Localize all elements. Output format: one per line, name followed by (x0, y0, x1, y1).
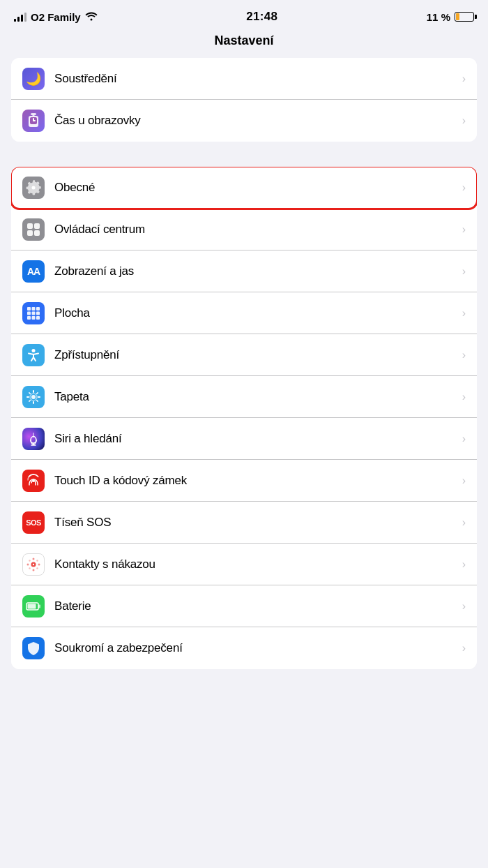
siri-label: Siri a hledání (54, 432, 457, 446)
svg-point-37 (36, 567, 38, 569)
tapeta-icon (22, 386, 45, 408)
settings-row-soukromi[interactable]: Soukromí a zabezpečení › (11, 627, 477, 669)
svg-rect-14 (27, 311, 31, 315)
soukromi-label: Soukromí a zabezpečení (54, 641, 457, 655)
top-settings-group: 🌙 Soustředění › Čas u obrazovky › (11, 58, 477, 142)
cas-icon (22, 110, 45, 132)
svg-point-21 (31, 395, 36, 399)
tisen-icon: SOS (22, 511, 45, 534)
svg-point-32 (27, 563, 29, 565)
svg-rect-12 (32, 307, 36, 310)
svg-rect-7 (27, 223, 33, 229)
baterie-chevron: › (462, 600, 466, 613)
settings-row-siri[interactable]: Siri a hledání › (11, 418, 477, 460)
plocha-icon (22, 302, 45, 324)
tisen-label: Tíseň SOS (54, 516, 457, 530)
zpristupneni-icon (22, 344, 45, 366)
svg-point-33 (38, 563, 40, 565)
tisen-chevron: › (462, 516, 466, 529)
ovladaci-icon (22, 218, 45, 241)
status-bar: O2 Family 21:48 11 % (0, 0, 488, 29)
settings-row-tapeta[interactable]: Tapeta › (11, 376, 477, 418)
svg-rect-11 (27, 307, 31, 310)
settings-row-obecne[interactable]: Obecné › (11, 167, 477, 209)
svg-rect-13 (36, 307, 40, 310)
soukromi-icon (22, 637, 45, 659)
zobrazeni-chevron: › (462, 265, 466, 278)
settings-row-ovladaci[interactable]: Ovládací centrum › (11, 209, 477, 250)
obecne-label: Obecné (54, 181, 457, 195)
obecne-chevron: › (462, 181, 466, 194)
svg-rect-8 (34, 223, 40, 229)
settings-row-cas[interactable]: Čas u obrazovky › (11, 100, 477, 142)
settings-row-kontakty[interactable]: Kontakty s nákazou › (11, 544, 477, 585)
siri-chevron: › (462, 433, 466, 445)
settings-row-zpristupneni[interactable]: Zpřístupnění › (11, 334, 477, 376)
svg-rect-17 (27, 316, 31, 320)
page-title: Nastavení (0, 29, 488, 58)
svg-point-30 (33, 558, 35, 560)
baterie-label: Baterie (54, 599, 457, 613)
svg-rect-5 (33, 120, 36, 121)
zobrazeni-icon: AA (22, 260, 45, 283)
soustredenı-label: Soustředění (54, 72, 457, 86)
kontakty-chevron: › (462, 558, 466, 571)
zpristupneni-label: Zpřístupnění (54, 348, 457, 362)
settings-row-touchid[interactable]: Touch ID a kódový zámek › (11, 460, 477, 502)
settings-row-baterie[interactable]: Baterie › (11, 585, 477, 627)
svg-rect-40 (28, 604, 36, 608)
status-left: O2 Family (14, 11, 98, 23)
baterie-icon (22, 595, 45, 618)
svg-rect-1 (33, 114, 35, 116)
plocha-chevron: › (462, 307, 466, 320)
carrier-label: O2 Family (31, 11, 81, 23)
svg-rect-18 (32, 316, 36, 320)
zpristupneni-chevron: › (462, 349, 466, 361)
settings-row-plocha[interactable]: Plocha › (11, 292, 477, 334)
touchid-icon (22, 470, 45, 492)
settings-row-tisen[interactable]: SOS Tíseň SOS › (11, 502, 477, 544)
plocha-label: Plocha (54, 306, 457, 320)
wifi-icon (85, 11, 98, 23)
svg-rect-9 (27, 230, 33, 236)
tapeta-label: Tapeta (54, 390, 457, 404)
touchid-chevron: › (462, 474, 466, 487)
svg-point-31 (33, 569, 35, 571)
touchid-label: Touch ID a kódový zámek (54, 474, 457, 488)
kontakty-icon (22, 553, 45, 576)
ovladaci-label: Ovládací centrum (54, 223, 457, 237)
svg-point-35 (36, 560, 38, 561)
svg-rect-16 (36, 311, 40, 315)
svg-rect-19 (36, 316, 40, 320)
zobrazeni-label: Zobrazení a jas (54, 264, 457, 278)
soustredenı-icon: 🌙 (22, 68, 45, 90)
svg-point-29 (33, 563, 34, 564)
battery-percent: 11 % (427, 11, 450, 23)
tapeta-chevron: › (462, 391, 466, 403)
svg-rect-10 (34, 230, 40, 236)
ovladaci-chevron: › (462, 223, 466, 236)
svg-point-20 (32, 349, 36, 352)
svg-rect-39 (38, 604, 40, 608)
cas-chevron: › (462, 114, 466, 127)
status-right: 11 % (427, 11, 474, 23)
signal-icon (14, 12, 26, 22)
battery-icon (455, 12, 474, 22)
svg-point-34 (29, 560, 30, 561)
time-label: 21:48 (246, 10, 277, 24)
kontakty-label: Kontakty s nákazou (54, 558, 457, 571)
main-settings-group: Obecné › Ovládací centrum › AA Zobrazení… (11, 167, 477, 669)
svg-point-36 (29, 567, 30, 569)
siri-icon (22, 428, 45, 450)
settings-row-soustredenı[interactable]: 🌙 Soustředění › (11, 58, 477, 100)
soustredenı-chevron: › (462, 73, 466, 85)
soukromi-chevron: › (462, 642, 466, 654)
cas-label: Čas u obrazovky (54, 114, 457, 128)
obecne-icon (22, 177, 45, 199)
svg-rect-15 (32, 311, 36, 315)
settings-row-zobrazeni[interactable]: AA Zobrazení a jas › (11, 250, 477, 292)
